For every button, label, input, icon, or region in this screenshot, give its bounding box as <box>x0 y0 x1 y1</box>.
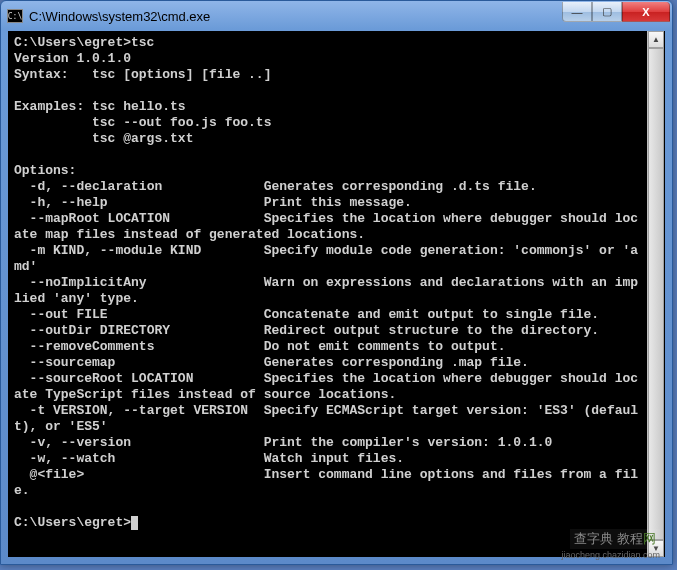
output-line: --sourcemap Generates corresponding .map… <box>14 355 529 370</box>
scroll-up-button[interactable]: ▲ <box>648 31 664 48</box>
command-prompt-window: C:\ C:\Windows\system32\cmd.exe — ▢ X C:… <box>0 0 673 565</box>
cursor <box>131 516 138 530</box>
output-line: Options: <box>14 163 76 178</box>
watermark-suffix: 教程 <box>613 531 643 546</box>
console-area[interactable]: C:\Users\egret>tsc Version 1.0.1.0 Synta… <box>8 31 665 557</box>
output-line: -d, --declaration Generates correspondin… <box>14 179 537 194</box>
output-line: e. <box>14 483 30 498</box>
output-line: t), or 'ES5' <box>14 419 108 434</box>
output-line: -v, --version Print the compiler's versi… <box>14 435 552 450</box>
watermark-text: 查字典 <box>574 531 613 546</box>
cmd-icon: C:\ <box>7 9 23 23</box>
output-line: tsc --out foo.js foo.ts <box>14 115 271 130</box>
watermark: 查字典 教程网 <box>570 529 660 549</box>
maximize-button[interactable]: ▢ <box>592 2 622 22</box>
output-line: lied 'any' type. <box>14 291 139 306</box>
output-line: -m KIND, --module KIND Specify module co… <box>14 243 638 258</box>
scroll-track[interactable] <box>648 48 664 540</box>
output-line: Examples: tsc hello.ts <box>14 99 186 114</box>
output-line: --mapRoot LOCATION Specifies the locatio… <box>14 211 638 226</box>
close-button[interactable]: X <box>622 2 670 22</box>
output-line: --out FILE Concatenate and emit output t… <box>14 307 599 322</box>
watermark-url: jiaocheng.chazidian.com <box>561 550 660 560</box>
watermark-net: 网 <box>643 531 656 546</box>
output-line: C:\Users\egret>tsc <box>14 35 154 50</box>
titlebar[interactable]: C:\ C:\Windows\system32\cmd.exe — ▢ X <box>1 1 672 31</box>
output-line: ate map files instead of generated locat… <box>14 227 365 242</box>
output-line: md' <box>14 259 37 274</box>
output-line: --sourceRoot LOCATION Specifies the loca… <box>14 371 638 386</box>
output-line: -t VERSION, --target VERSION Specify ECM… <box>14 403 638 418</box>
output-line: --removeComments Do not emit comments to… <box>14 339 506 354</box>
output-line: --noImplicitAny Warn on expressions and … <box>14 275 638 290</box>
vertical-scrollbar[interactable]: ▲ ▼ <box>647 31 664 557</box>
minimize-button[interactable]: — <box>562 2 592 22</box>
output-line: @<file> Insert command line options and … <box>14 467 638 482</box>
prompt-line[interactable]: C:\Users\egret> <box>14 515 131 530</box>
window-controls: — ▢ X <box>562 2 670 22</box>
output-line: tsc @args.txt <box>14 131 193 146</box>
output-line: -h, --help Print this message. <box>14 195 412 210</box>
scroll-thumb[interactable] <box>648 48 664 540</box>
output-line: Version 1.0.1.0 <box>14 51 131 66</box>
output-line: Syntax: tsc [options] [file ..] <box>14 67 271 82</box>
output-line: -w, --watch Watch input files. <box>14 451 404 466</box>
output-line: ate TypeScript files instead of source l… <box>14 387 396 402</box>
console-output: C:\Users\egret>tsc Version 1.0.1.0 Synta… <box>14 35 659 531</box>
output-line: --outDir DIRECTORY Redirect output struc… <box>14 323 599 338</box>
